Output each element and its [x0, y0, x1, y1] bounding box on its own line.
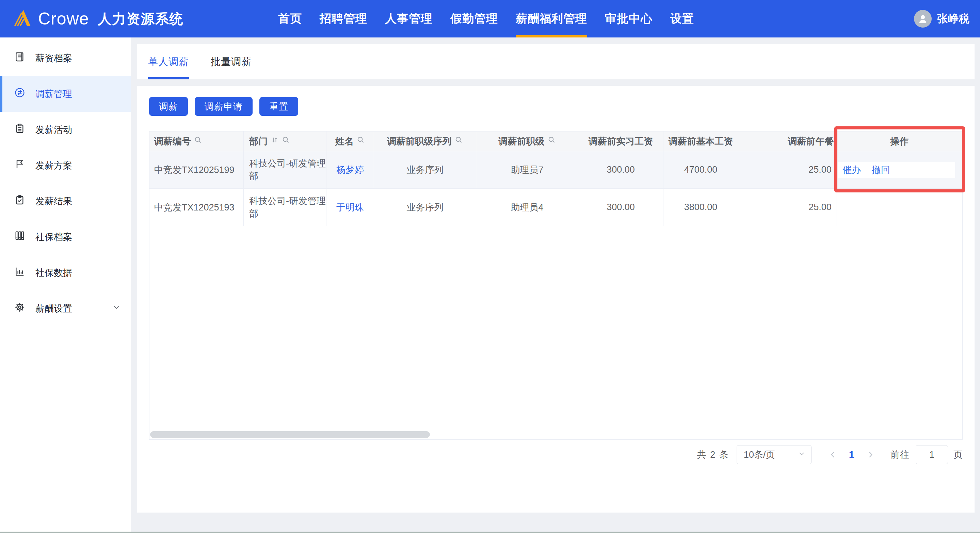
search-icon[interactable] — [194, 136, 202, 147]
sidebar-item-label: 发薪结果 — [35, 195, 72, 207]
column-label: 调薪编号 — [154, 135, 191, 147]
next-page-button[interactable] — [866, 450, 875, 459]
sidebar-item-label: 薪酬设置 — [35, 302, 72, 315]
column-header-pre-intern-salary: 调薪前实习工资 — [578, 131, 663, 151]
column-header-pre-base-salary: 调薪前基本工资 — [663, 131, 738, 151]
column-label: 部门 — [249, 135, 267, 147]
sidebar-item-compensation-settings[interactable]: 薪酬设置 — [0, 290, 131, 326]
user-menu[interactable]: 张峥税 — [914, 0, 970, 37]
content-card: 调薪 调薪申请 重置 调薪编号 部门 — [137, 86, 975, 512]
sidebar-item-social-security-data[interactable]: 社保数据 — [0, 255, 131, 290]
binders-icon — [14, 230, 25, 244]
top-bar: Crowe 人力资源系统 首页 招聘管理 人事管理 假勤管理 薪酬福利管理 审批… — [0, 0, 980, 37]
app-title: 人力资源系统 — [98, 10, 183, 28]
reset-button[interactable]: 重置 — [259, 97, 298, 116]
nav-hr[interactable]: 人事管理 — [385, 0, 433, 37]
sidebar-item-label: 社保数据 — [35, 266, 72, 279]
sidebar-item-payroll-result[interactable]: 发薪结果 — [0, 183, 131, 219]
prev-page-button[interactable] — [829, 450, 837, 459]
sidebar-item-label: 发薪方案 — [35, 160, 72, 172]
document-icon — [14, 51, 25, 65]
flag-icon — [14, 159, 25, 172]
sidebar-item-label: 调薪管理 — [35, 88, 72, 100]
search-icon[interactable] — [282, 136, 290, 147]
column-header-pre-grade: 调薪前职级 — [476, 131, 578, 151]
cell-pre-base-salary: 3800.00 — [663, 189, 738, 226]
column-label: 调薪前职级序列 — [387, 135, 452, 147]
adjust-salary-button[interactable]: 调薪 — [149, 97, 188, 116]
nav-compensation[interactable]: 薪酬福利管理 — [516, 0, 587, 37]
cell-department: 科技公司-研发管理部 — [244, 189, 326, 226]
total-count: 共 2 条 — [697, 448, 729, 461]
sidebar-item-salary-adjustment[interactable]: 调薪管理 — [0, 76, 131, 112]
sidebar-item-payroll-activity[interactable]: 发薪活动 — [0, 112, 131, 147]
chevron-down-icon — [112, 303, 121, 314]
search-icon[interactable] — [357, 136, 365, 147]
gear-icon — [14, 302, 25, 315]
cell-pre-grade-sequence: 业务序列 — [374, 189, 476, 226]
page-number-current[interactable]: 1 — [849, 449, 854, 460]
page-size-select[interactable]: 10条/页 — [737, 445, 811, 464]
cell-pre-grade: 助理员4 — [476, 189, 578, 226]
goto-page-input[interactable] — [916, 445, 948, 464]
column-header-operation: 操作 — [836, 131, 962, 151]
column-header-adjustment-id: 调薪编号 — [150, 131, 244, 151]
employee-name-link[interactable]: 于明珠 — [336, 201, 364, 214]
operation-column: 操作 催办 撤回 — [836, 131, 962, 226]
toolbar: 调薪 调薪申请 重置 — [149, 97, 963, 116]
goto-label: 前往 — [891, 448, 910, 461]
sidebar-item-social-security-archive[interactable]: 社保档案 — [0, 219, 131, 255]
nav-attendance[interactable]: 假勤管理 — [450, 0, 498, 37]
clipboard-icon — [14, 123, 25, 136]
column-label: 调薪前基本工资 — [668, 135, 733, 147]
nav-approval-center[interactable]: 审批中心 — [605, 0, 652, 37]
tab-single-adjustment[interactable]: 单人调薪 — [148, 44, 189, 79]
brand-name: Crowe — [38, 9, 89, 29]
sidebar-item-payroll-plan[interactable]: 发薪方案 — [0, 147, 131, 183]
bar-chart-icon — [14, 266, 25, 279]
operation-actions: 催办 撤回 — [838, 162, 955, 178]
tab-bar: 单人调薪 批量调薪 — [137, 44, 975, 79]
cell-adjustment-id: 中竞发TX12025193 — [150, 189, 244, 226]
column-header-pre-grade-sequence: 调薪前职级序列 — [374, 131, 476, 151]
tab-batch-adjustment[interactable]: 批量调薪 — [211, 44, 251, 79]
page-unit-label: 页 — [953, 448, 963, 461]
cell-adjustment-id: 中竞发TX12025199 — [150, 151, 244, 189]
user-name: 张峥税 — [937, 11, 970, 26]
top-nav: 首页 招聘管理 人事管理 假勤管理 薪酬福利管理 审批中心 设置 — [278, 0, 694, 37]
column-label: 姓名 — [335, 135, 354, 147]
cell-pre-intern-salary: 300.00 — [578, 151, 663, 189]
search-icon[interactable] — [455, 136, 463, 147]
nav-recruiting[interactable]: 招聘管理 — [320, 0, 367, 37]
sidebar-item-label: 发薪活动 — [35, 124, 72, 136]
user-avatar-icon — [914, 10, 932, 27]
crowe-mountain-icon — [12, 8, 33, 30]
horizontal-scrollbar[interactable] — [150, 431, 430, 438]
pagination: 共 2 条 10条/页 1 前往 — [149, 445, 963, 464]
brand-logo: Crowe 人力资源系统 — [12, 0, 183, 37]
sidebar: 薪资档案 调薪管理 发薪活动 发薪方案 — [0, 37, 131, 533]
sort-icon[interactable] — [270, 136, 279, 147]
operation-cell-row1: 催办 撤回 — [836, 151, 962, 189]
main-content: 单人调薪 批量调薪 调薪 调薪申请 重置 调薪编号 部门 — [137, 44, 975, 512]
urge-link[interactable]: 催办 — [843, 164, 861, 176]
search-icon[interactable] — [548, 136, 556, 147]
salary-adjustment-table: 调薪编号 部门 — [149, 131, 963, 440]
withdraw-link[interactable]: 撤回 — [872, 164, 890, 176]
chevron-down-icon — [797, 450, 806, 460]
operation-cell-row2 — [836, 189, 962, 226]
window-bottom-edge — [0, 531, 980, 533]
sidebar-item-salary-archive[interactable]: 薪资档案 — [0, 40, 131, 76]
salary-exchange-icon — [14, 87, 25, 101]
cell-pre-intern-salary: 300.00 — [578, 189, 663, 226]
clipboard-check-icon — [14, 195, 25, 208]
page-size-value: 10条/页 — [744, 448, 775, 461]
sidebar-item-label: 社保档案 — [35, 231, 72, 243]
column-header-name: 姓名 — [326, 131, 374, 151]
employee-name-link[interactable]: 杨梦婷 — [336, 164, 364, 176]
nav-home[interactable]: 首页 — [278, 0, 302, 37]
adjust-apply-button[interactable]: 调薪申请 — [195, 97, 253, 116]
nav-settings[interactable]: 设置 — [670, 0, 694, 37]
column-header-department: 部门 — [244, 131, 326, 151]
cell-pre-grade-sequence: 业务序列 — [374, 151, 476, 189]
